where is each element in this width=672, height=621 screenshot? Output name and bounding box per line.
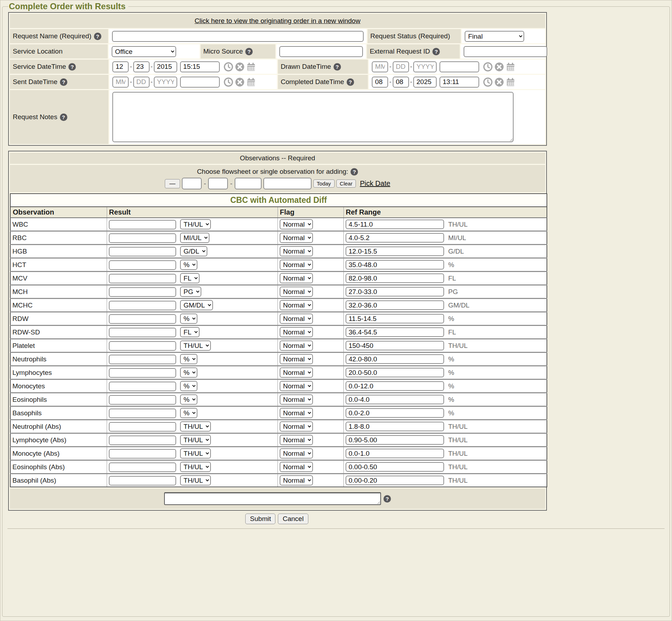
pick-date-link[interactable]: Pick Date — [360, 179, 390, 188]
chooser-year-input[interactable] — [235, 178, 262, 189]
result-input[interactable] — [109, 476, 176, 486]
sent-time-input[interactable] — [180, 77, 220, 88]
ref-range-input[interactable] — [346, 287, 444, 296]
help-icon[interactable] — [383, 495, 391, 503]
result-input[interactable] — [109, 436, 176, 445]
chooser-month-input[interactable] — [182, 178, 202, 189]
drawn-day-input[interactable] — [393, 61, 409, 72]
result-unit-select[interactable]: TH/UL — [180, 340, 211, 351]
clear-button[interactable]: Clear — [336, 179, 356, 188]
help-icon[interactable] — [94, 33, 101, 40]
result-unit-select[interactable]: PG — [180, 287, 201, 297]
clear-date-icon[interactable] — [235, 62, 245, 72]
result-input[interactable] — [109, 409, 176, 418]
today-button[interactable]: Today — [313, 179, 335, 188]
result-input[interactable] — [109, 314, 176, 324]
result-unit-select[interactable]: TH/UL — [180, 448, 211, 459]
ref-range-input[interactable] — [346, 422, 444, 431]
service-year-input[interactable] — [154, 61, 177, 72]
help-icon[interactable] — [432, 48, 440, 55]
clock-icon[interactable] — [224, 62, 233, 72]
ref-range-input[interactable] — [346, 381, 444, 391]
flag-select[interactable]: Normal — [280, 394, 313, 405]
flag-select[interactable]: Normal — [280, 219, 313, 229]
request-status-select[interactable]: Final — [465, 31, 524, 42]
result-unit-select[interactable]: % — [180, 394, 197, 405]
ref-range-input[interactable] — [346, 300, 444, 310]
view-originating-order-link[interactable]: Click here to view the originating order… — [195, 17, 360, 25]
flag-select[interactable]: Normal — [280, 287, 313, 297]
result-input[interactable] — [109, 287, 176, 297]
ref-range-input[interactable] — [346, 476, 444, 485]
help-icon[interactable] — [60, 113, 67, 121]
result-unit-select[interactable]: TH/UL — [180, 421, 211, 432]
result-unit-select[interactable]: TH/UL — [180, 219, 211, 229]
result-unit-select[interactable]: % — [180, 314, 197, 324]
result-input[interactable] — [109, 462, 176, 472]
ref-range-input[interactable] — [346, 246, 444, 256]
service-month-input[interactable] — [112, 61, 129, 72]
calendar-icon[interactable] — [246, 77, 256, 87]
drawn-month-input[interactable] — [372, 61, 388, 72]
submit-button[interactable]: Submit — [245, 514, 275, 524]
chooser-day-input[interactable] — [208, 178, 228, 189]
request-notes-textarea[interactable] — [112, 92, 514, 142]
clear-date-icon[interactable] — [494, 62, 504, 72]
result-unit-select[interactable]: FL — [180, 273, 200, 283]
result-input[interactable] — [109, 220, 176, 229]
flag-select[interactable]: Normal — [280, 300, 313, 310]
flag-select[interactable]: Normal — [280, 448, 313, 459]
single-observation-input[interactable] — [164, 492, 381, 505]
flag-select[interactable]: Normal — [280, 367, 313, 378]
result-input[interactable] — [109, 274, 176, 283]
ref-range-input[interactable] — [346, 327, 444, 337]
result-unit-select[interactable]: MI/UL — [180, 233, 209, 243]
result-unit-select[interactable]: TH/UL — [180, 435, 211, 445]
flag-select[interactable]: Normal — [280, 314, 313, 324]
service-location-select[interactable]: Office — [112, 46, 176, 57]
ref-range-input[interactable] — [346, 354, 444, 364]
flag-select[interactable]: Normal — [280, 354, 313, 364]
flag-select[interactable]: Normal — [280, 462, 313, 472]
result-unit-select[interactable]: FL — [180, 327, 200, 337]
flag-select[interactable]: Normal — [280, 327, 313, 337]
chooser-time-input[interactable] — [263, 178, 312, 189]
result-input[interactable] — [109, 301, 176, 310]
calendar-icon[interactable] — [506, 62, 515, 72]
clock-icon[interactable] — [483, 77, 493, 87]
ref-range-input[interactable] — [346, 408, 444, 418]
flag-select[interactable]: Normal — [280, 273, 313, 283]
ref-range-input[interactable] — [346, 462, 444, 472]
flag-select[interactable]: Normal — [280, 233, 313, 243]
ref-range-input[interactable] — [346, 368, 444, 377]
clear-date-icon[interactable] — [494, 77, 504, 87]
help-icon[interactable] — [334, 63, 341, 71]
result-input[interactable] — [109, 355, 176, 364]
drawn-year-input[interactable] — [413, 61, 437, 72]
result-unit-select[interactable]: % — [180, 367, 197, 378]
sent-day-input[interactable] — [133, 77, 150, 88]
result-unit-select[interactable]: GM/DL — [180, 300, 213, 310]
service-time-input[interactable] — [180, 61, 220, 72]
result-unit-select[interactable]: G/DL — [180, 246, 207, 256]
remove-flowsheet-button[interactable]: — — [165, 179, 180, 188]
ref-range-input[interactable] — [346, 233, 444, 243]
completed-year-input[interactable] — [413, 77, 437, 88]
result-unit-select[interactable]: TH/UL — [180, 462, 211, 472]
result-input[interactable] — [109, 341, 176, 351]
external-request-id-input[interactable] — [464, 46, 547, 57]
drawn-time-input[interactable] — [439, 61, 479, 72]
clock-icon[interactable] — [483, 62, 493, 72]
result-input[interactable] — [109, 382, 176, 391]
result-unit-select[interactable]: % — [180, 408, 197, 418]
help-icon[interactable] — [245, 48, 253, 55]
result-unit-select[interactable]: % — [180, 381, 197, 391]
result-unit-select[interactable]: % — [180, 260, 197, 270]
result-input[interactable] — [109, 247, 176, 256]
clock-icon[interactable] — [224, 77, 233, 87]
sent-year-input[interactable] — [154, 77, 177, 88]
result-input[interactable] — [109, 368, 176, 378]
help-icon[interactable] — [60, 78, 67, 86]
flag-select[interactable]: Normal — [280, 340, 313, 351]
help-icon[interactable] — [351, 168, 358, 176]
